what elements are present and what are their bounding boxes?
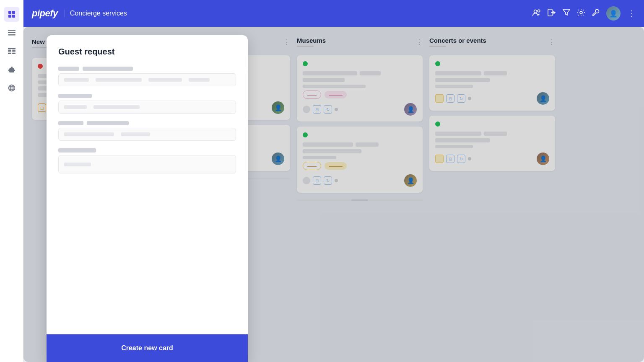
svg-point-30 xyxy=(580,11,582,14)
label-skel xyxy=(58,94,92,98)
svg-point-17 xyxy=(12,70,13,71)
header-left: pipefy Concierge services xyxy=(32,8,127,19)
svg-rect-11 xyxy=(12,52,16,53)
create-card-button[interactable]: Create new card xyxy=(58,343,236,354)
label-skel xyxy=(58,121,83,125)
header-more-icon[interactable]: ⋮ xyxy=(627,8,636,18)
input-skel xyxy=(93,105,140,109)
sidebar-item-grid[interactable] xyxy=(4,7,19,22)
wrench-icon[interactable] xyxy=(592,9,600,18)
input-field-2[interactable] xyxy=(58,101,236,114)
form-group-4 xyxy=(58,148,236,173)
page-title: Concierge services xyxy=(65,10,127,17)
modal-body: Guest request xyxy=(47,35,248,334)
form-group-2 xyxy=(58,94,236,114)
input-skel xyxy=(64,78,89,82)
svg-rect-3 xyxy=(12,15,15,18)
form-group-3 xyxy=(58,121,236,141)
users-icon[interactable] xyxy=(532,9,541,18)
svg-rect-12 xyxy=(8,53,11,54)
svg-rect-20 xyxy=(11,67,13,67)
svg-rect-2 xyxy=(8,15,11,18)
input-skel xyxy=(64,105,87,109)
svg-point-26 xyxy=(534,10,537,13)
svg-rect-1 xyxy=(12,11,15,14)
label-skel xyxy=(58,148,96,153)
user-avatar[interactable]: 👤 xyxy=(606,6,621,21)
app-header: pipefy Concierge services xyxy=(23,0,644,27)
svg-rect-6 xyxy=(8,34,16,36)
svg-rect-18 xyxy=(8,70,9,71)
svg-rect-19 xyxy=(14,70,15,71)
label-skel xyxy=(58,67,79,71)
app-logo: pipefy xyxy=(32,8,58,19)
create-card-modal: Guest request xyxy=(47,35,248,362)
svg-rect-10 xyxy=(8,52,11,53)
label-row-1 xyxy=(58,67,236,71)
header-right: 👤 ⋮ xyxy=(532,6,636,21)
sidebar-item-globe[interactable] xyxy=(4,80,19,96)
svg-rect-0 xyxy=(8,11,11,14)
form-group-1 xyxy=(58,67,236,86)
svg-rect-5 xyxy=(8,32,16,34)
label-row-4 xyxy=(58,148,236,153)
svg-point-16 xyxy=(10,70,11,71)
input-field-1[interactable] xyxy=(58,73,236,86)
input-skel xyxy=(148,78,182,82)
input-skel xyxy=(96,78,142,82)
input-skel xyxy=(121,132,150,136)
modal-footer: Create new card xyxy=(47,334,248,362)
svg-point-27 xyxy=(538,10,540,12)
input-field-4[interactable] xyxy=(58,155,236,173)
label-skel xyxy=(87,121,129,125)
input-skel xyxy=(189,78,210,82)
label-row-3 xyxy=(58,121,236,125)
input-field-3[interactable] xyxy=(58,128,236,141)
svg-rect-15 xyxy=(10,67,13,69)
filter-icon[interactable] xyxy=(563,9,570,18)
kanban-board: New reservation requests + ⋮ xyxy=(23,27,644,362)
svg-rect-4 xyxy=(8,30,16,31)
svg-rect-8 xyxy=(8,50,11,51)
input-skel xyxy=(64,132,114,136)
settings-icon[interactable] xyxy=(577,8,585,19)
login-icon[interactable] xyxy=(548,9,556,18)
label-row-2 xyxy=(58,94,236,98)
svg-rect-14 xyxy=(9,68,14,72)
label-skel xyxy=(83,67,133,71)
svg-rect-9 xyxy=(12,50,16,51)
main-content: pipefy Concierge services xyxy=(23,0,644,362)
svg-rect-7 xyxy=(8,48,16,49)
modal-title: Guest request xyxy=(58,47,236,57)
sidebar-item-list[interactable] xyxy=(4,25,19,40)
sidebar-item-bot[interactable] xyxy=(4,62,19,77)
sidebar xyxy=(0,0,23,362)
svg-rect-13 xyxy=(12,53,16,54)
input-skel xyxy=(64,163,91,166)
sidebar-item-table[interactable] xyxy=(4,44,19,59)
